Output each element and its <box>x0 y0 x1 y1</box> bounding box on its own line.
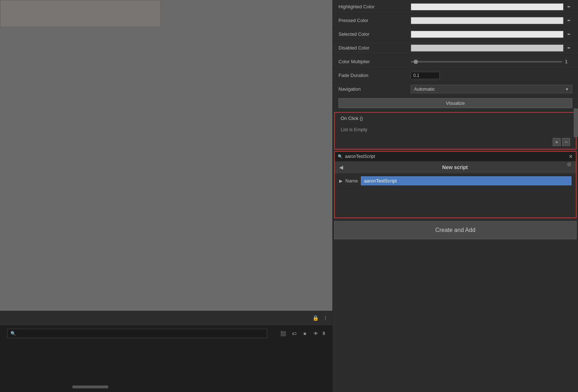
script-search-input[interactable] <box>345 154 566 159</box>
onclick-toolbar: + − <box>341 138 570 146</box>
pressed-color-label: Pressed Color <box>338 18 411 23</box>
selected-color-picker-icon[interactable]: ✒ <box>566 31 572 38</box>
navigation-row: Navigation Automatic ▼ <box>333 82 578 96</box>
search-icon: 🔍 <box>10 331 16 336</box>
navigation-dropdown-value: Automatic <box>414 86 435 92</box>
fade-duration-label: Fade Duration <box>338 73 411 78</box>
highlighted-color-value: ✒ <box>411 3 572 10</box>
disabled-color-row: Disabled Color ✒ <box>333 41 578 55</box>
eye-filter-icon[interactable]: 👁 <box>312 329 320 337</box>
pressed-color-value: ✒ <box>411 17 572 24</box>
play-icon: ▶ <box>339 178 342 184</box>
highlighted-color-row: Highlighted Color ✒ <box>333 0 578 14</box>
new-script-header: ◀ New script ⚙ <box>335 161 576 173</box>
horizontal-scrollbar[interactable] <box>72 385 108 388</box>
color-multiplier-slider-track[interactable] <box>411 61 562 63</box>
color-multiplier-slider-thumb[interactable] <box>414 60 418 64</box>
onclick-add-button[interactable]: + <box>553 138 561 146</box>
navigation-value: Automatic ▼ <box>411 85 572 93</box>
selected-color-swatch[interactable] <box>411 31 564 38</box>
selected-color-value: ✒ <box>411 31 572 38</box>
svg-line-1 <box>0 72 332 163</box>
disabled-color-swatch[interactable] <box>411 44 564 52</box>
color-multiplier-number: 1 <box>565 59 572 64</box>
onclick-header: On Click () <box>341 116 570 121</box>
gear-icon[interactable]: ⚙ <box>567 161 571 167</box>
back-arrow-icon[interactable]: ◀ <box>339 164 343 170</box>
bottom-toolbar: 🔒 ⋮ <box>0 311 332 325</box>
selected-color-label: Selected Color <box>338 31 411 37</box>
inspector-scrollbar[interactable] <box>574 108 578 137</box>
more-icon[interactable]: ⋮ <box>322 314 329 322</box>
close-icon[interactable]: ✕ <box>569 154 573 159</box>
highlighted-color-swatch[interactable] <box>411 3 564 10</box>
tag-filter-icon[interactable]: 🏷 <box>290 329 298 337</box>
script-name-input[interactable] <box>361 176 571 185</box>
navigation-dropdown-arrow: ▼ <box>565 87 569 91</box>
pressed-color-picker-icon[interactable]: ✒ <box>566 17 572 24</box>
script-name-row: ▶ Name <box>335 173 576 189</box>
disabled-color-value: ✒ <box>411 44 572 52</box>
color-multiplier-value: 1 <box>411 59 572 64</box>
disabled-color-label: Disabled Color <box>338 45 411 51</box>
asset-search-input[interactable] <box>18 331 264 336</box>
filter-icons: ⬛ 🏷 ★ 👁 8 <box>279 329 325 338</box>
pressed-color-swatch[interactable] <box>411 17 564 24</box>
script-search-bar: 🔍 ✕ <box>335 152 576 161</box>
onclick-minus-button[interactable]: − <box>562 138 570 146</box>
layers-filter-icon[interactable]: ⬛ <box>279 329 287 337</box>
script-name-label: Name <box>345 178 358 184</box>
fade-duration-input[interactable] <box>411 72 440 79</box>
color-multiplier-row: Color Multiplier 1 <box>333 55 578 69</box>
highlighted-color-picker-icon[interactable]: ✒ <box>566 4 572 10</box>
star-filter-icon[interactable]: ★ <box>301 329 309 337</box>
bottom-panel: 🔒 ⋮ 🔍 ⬛ 🏷 ★ 👁 8 <box>0 311 332 392</box>
new-script-title: New script <box>346 164 564 170</box>
pressed-color-row: Pressed Color ✒ <box>333 14 578 27</box>
script-dropdown-panel: 🔍 ✕ ◀ New script ⚙ ▶ Name <box>334 151 577 218</box>
filter-count: 8 <box>323 331 325 336</box>
selected-color-row: Selected Color ✒ <box>333 27 578 41</box>
asset-search-bar[interactable]: 🔍 <box>7 329 267 338</box>
inspector-panel: Highlighted Color ✒ Pressed Color ✒ Sele… <box>332 0 578 392</box>
visualize-button[interactable]: Visualize <box>338 98 572 108</box>
navigation-label: Navigation <box>338 86 411 92</box>
script-search-icon: 🔍 <box>338 154 343 159</box>
onclick-section: On Click () List is Empty + − <box>334 112 577 150</box>
navigation-visualize-section: Visualize <box>333 96 578 111</box>
lock-icon[interactable]: 🔒 <box>311 314 319 322</box>
create-and-add-button[interactable]: Create and Add <box>334 221 577 239</box>
color-multiplier-slider-container: 1 <box>411 59 572 64</box>
highlighted-color-label: Highlighted Color <box>338 4 411 9</box>
fade-duration-row: Fade Duration <box>333 69 578 82</box>
fade-duration-value <box>411 72 572 79</box>
color-multiplier-label: Color Multiplier <box>338 59 411 64</box>
disabled-color-picker-icon[interactable]: ✒ <box>566 45 572 51</box>
scene-canvas <box>0 0 161 27</box>
scene-viewport <box>0 0 332 311</box>
onclick-list-empty: List is Empty <box>341 124 570 135</box>
svg-line-0 <box>0 29 332 126</box>
script-body-area <box>335 189 576 217</box>
navigation-dropdown[interactable]: Automatic ▼ <box>411 85 572 93</box>
